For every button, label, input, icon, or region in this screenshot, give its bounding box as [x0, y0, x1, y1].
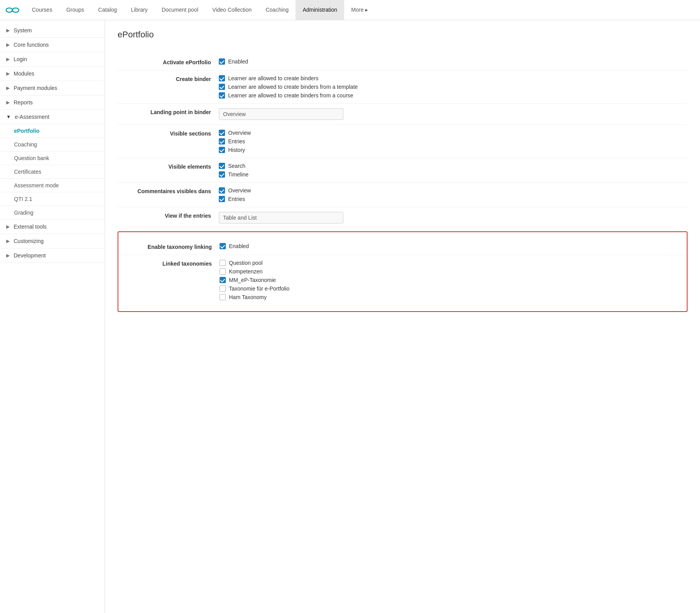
sidebar-sub-certificates[interactable]: Certificates — [0, 165, 105, 179]
sidebar-sub-assessment-mode[interactable]: Assessment mode — [0, 179, 105, 192]
sidebar-item-external-tools[interactable]: ▶External tools — [0, 220, 105, 234]
sidebar-item-development[interactable]: ▶Development — [0, 248, 105, 263]
checkbox-row[interactable]: MM_eP-Taxonomie — [220, 277, 687, 283]
form-label: Visible sections — [118, 130, 219, 137]
checkbox-label: Overview — [228, 187, 251, 194]
nav-item-document-pool[interactable]: Document pool — [155, 0, 205, 20]
form-label: Enable taxonomy linking — [118, 243, 220, 250]
checkbox-label: Entries — [228, 196, 245, 202]
checkbox-input[interactable] — [220, 285, 226, 292]
form-label: Visible elements — [118, 163, 219, 170]
sidebar-item-modules[interactable]: ▶Modules — [0, 67, 105, 81]
checkbox-input[interactable] — [219, 75, 225, 81]
nav-item-more-▸[interactable]: More ▸ — [344, 0, 375, 20]
nav-item-catalog[interactable]: Catalog — [91, 0, 124, 20]
checkbox-row[interactable]: Enabled — [220, 243, 687, 249]
nav-items: CoursesGroupsCatalogLibraryDocument pool… — [25, 0, 375, 20]
sidebar: ▶System▶Core functions▶Login▶Modules▶Pay… — [0, 20, 105, 613]
form-row: Enable taxonomy linkingEnabled — [118, 238, 687, 255]
checkbox-row[interactable]: Overview — [219, 130, 688, 136]
nav-item-coaching[interactable]: Coaching — [259, 0, 295, 20]
checkbox-row[interactable]: Learner are allowed to create binders fr… — [219, 84, 688, 90]
sidebar-item-payment-modules[interactable]: ▶Payment modules — [0, 81, 105, 95]
sidebar-item-e-assessment[interactable]: ▼e-Assessment — [0, 110, 105, 124]
nav-item-groups[interactable]: Groups — [59, 0, 91, 20]
checkbox-row[interactable]: Taxonomie für e-Portfolio — [220, 285, 687, 292]
checkbox-input[interactable] — [220, 268, 226, 275]
checkbox-label: Learner are allowed to create binders — [228, 75, 318, 81]
chevron-right-icon: ▶ — [6, 224, 10, 229]
svg-point-0 — [6, 8, 12, 12]
checkbox-row[interactable]: Entries — [219, 196, 688, 202]
sidebar-item-core-functions[interactable]: ▶Core functions — [0, 38, 105, 52]
form-label: Landing point in binder — [118, 108, 219, 115]
form-label: Linked taxonomies — [118, 260, 220, 267]
checkbox-label: Timeline — [228, 171, 248, 178]
select-field[interactable]: Table and List — [219, 212, 343, 224]
page-title: ePortfolio — [118, 30, 688, 44]
checkbox-label: Kompetenzen — [229, 268, 262, 275]
sidebar-item-label: Customizing — [14, 238, 44, 244]
checkbox-input[interactable] — [220, 243, 226, 249]
checkbox-label: History — [228, 147, 245, 153]
select-field[interactable]: Overview — [219, 108, 343, 120]
checkbox-input[interactable] — [219, 84, 225, 90]
form-controls: Question poolKompetenzenMM_eP-TaxonomieT… — [220, 260, 687, 300]
sidebar-item-customizing[interactable]: ▶Customizing — [0, 234, 105, 248]
checkbox-row[interactable]: Overview — [219, 187, 688, 194]
checkbox-label: Learner are allowed to create binders fr… — [228, 84, 358, 90]
taxonomy-box: Enable taxonomy linkingEnabledLinked tax… — [118, 231, 688, 312]
checkbox-label: Search — [228, 163, 245, 169]
sidebar-item-label: System — [14, 27, 32, 33]
nav-item-courses[interactable]: Courses — [25, 0, 59, 20]
sidebar-item-reports[interactable]: ▶Reports — [0, 95, 105, 110]
checkbox-input[interactable] — [220, 260, 226, 266]
logo[interactable] — [3, 1, 22, 19]
checkbox-row[interactable]: Learner are allowed to create binders — [219, 75, 688, 81]
checkbox-input[interactable] — [220, 277, 226, 283]
checkbox-input[interactable] — [219, 163, 225, 169]
checkbox-row[interactable]: Ham Taxonomy — [220, 294, 687, 300]
checkbox-input[interactable] — [219, 171, 225, 178]
checkbox-row[interactable]: Learner are allowed to create binders fr… — [219, 92, 688, 99]
sidebar-sub-coaching[interactable]: Coaching — [0, 138, 105, 151]
nav-item-administration[interactable]: Administration — [295, 0, 344, 20]
sidebar-sub-grading[interactable]: Grading — [0, 206, 105, 220]
sidebar-item-label: External tools — [14, 224, 47, 230]
checkbox-input[interactable] — [219, 196, 225, 202]
checkbox-row[interactable]: Timeline — [219, 171, 688, 178]
checkbox-input[interactable] — [219, 187, 225, 194]
checkbox-input[interactable] — [219, 138, 225, 144]
checkbox-label: Enabled — [228, 58, 248, 65]
chevron-right-icon: ▶ — [6, 28, 10, 33]
checkbox-input[interactable] — [220, 294, 226, 300]
checkbox-row[interactable]: Enabled — [219, 58, 688, 65]
sidebar-item-login[interactable]: ▶Login — [0, 52, 105, 67]
checkbox-input[interactable] — [219, 147, 225, 153]
checkbox-input[interactable] — [219, 130, 225, 136]
form-rows: Activate ePortfolioEnabledCreate binderL… — [118, 54, 688, 228]
form-controls: Table and List — [219, 212, 688, 224]
checkbox-row[interactable]: Search — [219, 163, 688, 169]
nav-item-library[interactable]: Library — [124, 0, 155, 20]
form-row: Activate ePortfolioEnabled — [118, 54, 688, 70]
sidebar-sub-qti-2.1[interactable]: QTI 2.1 — [0, 192, 105, 206]
sidebar-item-system[interactable]: ▶System — [0, 23, 105, 38]
checkbox-row[interactable]: History — [219, 147, 688, 153]
form-label: Create binder — [118, 75, 219, 82]
checkbox-label: Entries — [228, 138, 245, 144]
form-row: Visible elementsSearchTimeline — [118, 158, 688, 183]
sidebar-sub-question-bank[interactable]: Question bank — [0, 151, 105, 165]
checkbox-row[interactable]: Entries — [219, 138, 688, 144]
checkbox-input[interactable] — [219, 58, 225, 65]
chevron-right-icon: ▶ — [6, 42, 10, 48]
nav-item-video-collection[interactable]: Video Collection — [205, 0, 259, 20]
checkbox-row[interactable]: Kompetenzen — [220, 268, 687, 275]
checkbox-input[interactable] — [219, 92, 225, 99]
checkbox-label: Overview — [228, 130, 251, 136]
checkbox-row[interactable]: Question pool — [220, 260, 687, 266]
chevron-right-icon: ▶ — [6, 238, 10, 244]
form-row: Commentaires visibles dansOverviewEntrie… — [118, 183, 688, 207]
sidebar-sub-eportfolio[interactable]: ePortfolio — [0, 124, 105, 138]
main-content: ePortfolio Activate ePortfolioEnabledCre… — [105, 20, 700, 613]
